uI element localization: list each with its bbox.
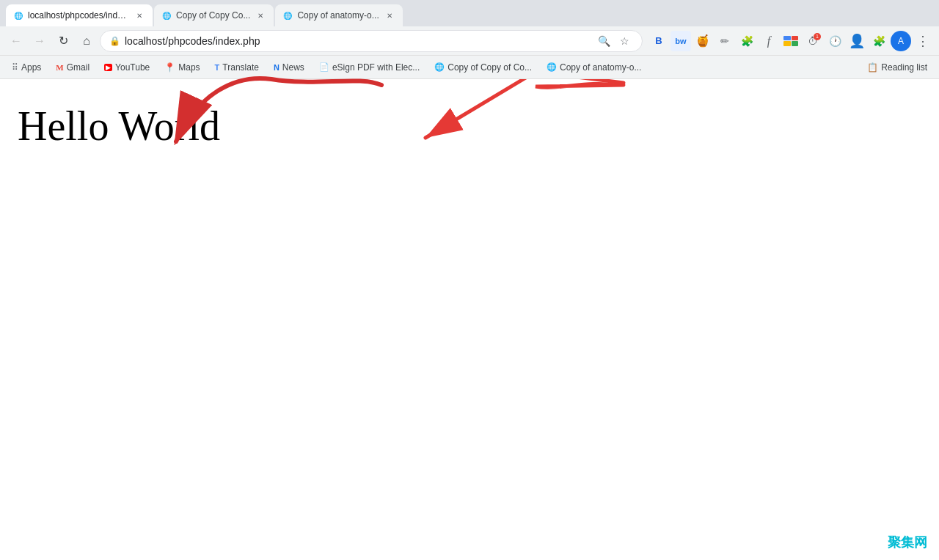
browser-window: 🌐 localhost/phpcodes/index.php ✕ 🌐 Copy … xyxy=(0,0,939,560)
address-bar[interactable]: 🔒 🔍 ☆ xyxy=(100,30,643,52)
avatar-btn[interactable]: A xyxy=(891,31,911,51)
tab-bar: 🌐 localhost/phpcodes/index.php ✕ 🌐 Copy … xyxy=(0,0,939,26)
tab-label-anatomy: Copy of anatomy-o... xyxy=(297,10,379,21)
toolbar: ← → ↻ ⌂ 🔒 🔍 ☆ B bw 🍯 ✏ 🧩 f xyxy=(0,26,939,56)
bookmark-translate-label: Translate xyxy=(222,62,259,73)
reading-list-icon: 📋 xyxy=(867,62,878,73)
pen-ext-btn[interactable]: ✏ xyxy=(715,31,735,51)
bookmark-copy1-label: Copy of Copy of Co... xyxy=(447,62,532,73)
honey-ext-btn[interactable]: 🍯 xyxy=(693,31,713,51)
page-content: Hello World 聚集网 xyxy=(0,79,939,560)
profile-btn[interactable]: 👤 xyxy=(847,31,867,51)
maps-favicon: 📍 xyxy=(164,62,175,73)
f-ext-btn[interactable]: f xyxy=(759,31,779,51)
menu-btn[interactable]: ⋮ xyxy=(913,31,933,51)
tab-close-copy[interactable]: ✕ xyxy=(255,10,266,21)
back-button[interactable]: ← xyxy=(6,31,26,51)
reload-button[interactable]: ↻ xyxy=(53,31,73,51)
bookmark-esign[interactable]: 📄 eSign PDF with Elec... xyxy=(313,59,425,76)
bitwarden-ext-btn[interactable]: B xyxy=(648,31,669,51)
bookmark-news[interactable]: N News xyxy=(268,59,310,76)
bookmark-esign-label: eSign PDF with Elec... xyxy=(332,62,420,73)
address-bar-actions: 🔍 ☆ xyxy=(595,32,633,50)
watermark: 聚集网 xyxy=(888,534,927,551)
tab-label-active: localhost/phpcodes/index.php xyxy=(28,10,129,21)
timer-ext-btn[interactable]: ⏱ 1 xyxy=(803,31,823,51)
extensions-btn[interactable]: 🧩 xyxy=(869,31,889,51)
bookmark-gmail-label: Gmail xyxy=(67,62,89,73)
tab-favicon-copy: 🌐 xyxy=(161,10,172,21)
reading-list-button[interactable]: 📋 Reading list xyxy=(861,59,933,76)
bookmark-star-btn[interactable]: ☆ xyxy=(615,32,633,50)
reading-list-label: Reading list xyxy=(881,62,927,73)
copy2-favicon: 🌐 xyxy=(547,62,557,72)
esign-favicon: 📄 xyxy=(319,62,329,72)
tab-anatomy[interactable]: 🌐 Copy of anatomy-o... ✕ xyxy=(275,4,402,26)
apps-favicon: ⠿ xyxy=(12,62,18,73)
bookmark-youtube[interactable]: ▶ YouTube xyxy=(98,59,156,76)
tab-close-anatomy[interactable]: ✕ xyxy=(384,10,395,21)
copy1-favicon: 🌐 xyxy=(434,62,445,72)
tab-favicon-anatomy: 🌐 xyxy=(282,10,293,21)
gmail-favicon: M xyxy=(56,63,63,72)
bookmark-copy1[interactable]: 🌐 Copy of Copy of Co... xyxy=(428,59,538,76)
search-icon-btn[interactable]: 🔍 xyxy=(595,32,613,50)
bookmark-copy2-label: Copy of anatomy-o... xyxy=(560,62,641,73)
tab-active[interactable]: 🌐 localhost/phpcodes/index.php ✕ xyxy=(6,4,153,26)
youtube-favicon: ▶ xyxy=(104,64,112,71)
tab-label-copy: Copy of Copy Co... xyxy=(176,10,250,21)
bookmark-apps-label: Apps xyxy=(21,62,41,73)
bookmark-maps[interactable]: 📍 Maps xyxy=(158,59,205,76)
forward-button[interactable]: → xyxy=(29,31,50,51)
tab-close-active[interactable]: ✕ xyxy=(134,10,145,21)
toolbar-extensions: B bw 🍯 ✏ 🧩 f ⏱ 1 🕐 👤 🧩 A ⋮ xyxy=(648,31,933,51)
bw-ext-btn[interactable]: bw xyxy=(671,31,691,51)
bookmark-maps-label: Maps xyxy=(178,62,200,73)
tab-favicon-active: 🌐 xyxy=(13,10,23,21)
news-favicon: N xyxy=(274,63,279,72)
lock-icon: 🔒 xyxy=(109,36,120,46)
profile-clock-btn[interactable]: 🕐 xyxy=(825,31,845,51)
page-heading: Hello World xyxy=(18,103,921,150)
multiprofile-ext-btn[interactable] xyxy=(781,31,801,51)
bookmark-translate[interactable]: T Translate xyxy=(209,59,265,76)
home-button[interactable]: ⌂ xyxy=(76,31,97,51)
bookmark-copy2[interactable]: 🌐 Copy of anatomy-o... xyxy=(541,59,647,76)
bookmark-youtube-label: YouTube xyxy=(115,62,150,73)
puzzle-ext-btn[interactable]: 🧩 xyxy=(737,31,757,51)
bookmarks-bar: ⠿ Apps M Gmail ▶ YouTube 📍 Maps T Transl… xyxy=(0,56,939,79)
bookmark-news-label: News xyxy=(282,62,304,73)
translate-favicon: T xyxy=(215,63,220,72)
bookmark-apps[interactable]: ⠿ Apps xyxy=(6,59,47,76)
bookmark-gmail[interactable]: M Gmail xyxy=(50,59,95,76)
tab-copy[interactable]: 🌐 Copy of Copy Co... ✕ xyxy=(154,4,274,26)
address-input[interactable] xyxy=(125,35,591,47)
